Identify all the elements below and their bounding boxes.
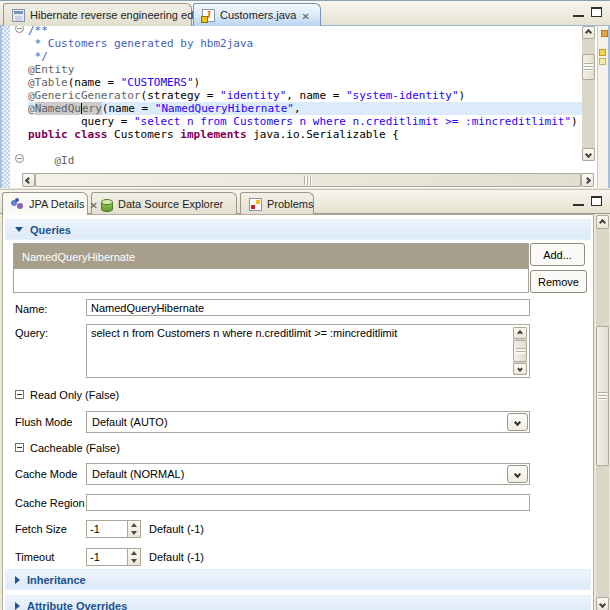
code-line[interactable]: * Customers generated by hbm2java bbox=[28, 37, 582, 50]
cacheable-label: Cacheable (False) bbox=[30, 442, 120, 454]
fetch-size-default: Default (-1) bbox=[149, 523, 204, 535]
scroll-up-icon[interactable] bbox=[596, 215, 609, 229]
code-line[interactable]: @Entity bbox=[28, 63, 582, 76]
code-line[interactable]: query = "select n from Customers n where… bbox=[28, 115, 582, 128]
minimize-icon[interactable] bbox=[573, 7, 584, 17]
query-list[interactable]: NamedQueryHibernate bbox=[13, 243, 529, 293]
scroll-right-icon[interactable] bbox=[581, 173, 594, 187]
code-lines[interactable]: /** * Customers generated by hbm2java */… bbox=[28, 26, 582, 174]
cache-region-label: Cache Region bbox=[15, 497, 85, 509]
code-line[interactable] bbox=[28, 141, 582, 154]
code-line[interactable]: @Id bbox=[28, 154, 582, 167]
section-title: Queries bbox=[30, 224, 71, 236]
scrollbar-thumb[interactable] bbox=[513, 340, 527, 362]
read-only-label: Read Only (False) bbox=[30, 389, 119, 401]
cache-mode-combo[interactable]: Default (NORMAL) bbox=[86, 463, 530, 485]
expand-arrow-icon bbox=[15, 602, 20, 610]
tab-hibernate-editor[interactable]: Hibernate reverse engineering editor bbox=[3, 3, 192, 26]
overview-ruler bbox=[597, 26, 610, 188]
annotation-marker-icon[interactable] bbox=[599, 58, 606, 65]
fold-gutter bbox=[10, 26, 28, 171]
scrollbar-thumb[interactable] bbox=[35, 173, 581, 187]
tab-label: Hibernate reverse engineering editor bbox=[30, 9, 209, 21]
java-file-icon bbox=[202, 9, 215, 22]
close-tab-icon[interactable] bbox=[301, 10, 312, 21]
spinner-arrows-icon[interactable] bbox=[127, 549, 140, 565]
code-line[interactable]: /** bbox=[28, 26, 582, 37]
combo-value: Default (AUTO) bbox=[92, 416, 168, 428]
tab-label: Data Source Explorer bbox=[118, 198, 223, 210]
java-editor: /** * Customers generated by hbm2java */… bbox=[0, 26, 610, 188]
editor-vertical-scrollbar[interactable] bbox=[582, 26, 595, 161]
view-tab-bar: JPA Details Data Source Explorer Problem… bbox=[0, 189, 610, 214]
name-label: Name: bbox=[15, 303, 47, 315]
spinner-arrows-icon[interactable] bbox=[127, 521, 140, 537]
fold-collapse-icon[interactable] bbox=[15, 26, 24, 33]
section-title: Inheritance bbox=[27, 574, 86, 586]
code-line[interactable]: */ bbox=[28, 50, 582, 63]
section-inheritance[interactable]: Inheritance bbox=[5, 569, 591, 590]
cache-region-input[interactable] bbox=[86, 494, 530, 511]
cache-mode-label: Cache Mode bbox=[15, 468, 77, 480]
fold-collapse-icon[interactable] bbox=[15, 154, 24, 163]
collapse-arrow-icon bbox=[15, 227, 23, 232]
fetch-size-stepper[interactable] bbox=[86, 520, 141, 538]
scrollbar-thumb[interactable] bbox=[596, 326, 609, 466]
annotation-marker-icon[interactable] bbox=[599, 49, 606, 56]
code-line[interactable]: @GenericGenerator(strategy = "identity",… bbox=[28, 89, 582, 102]
chevron-down-icon[interactable] bbox=[507, 413, 528, 431]
query-textarea[interactable]: select n from Customers n where n.credit… bbox=[86, 324, 530, 378]
section-title: Attribute Overrides bbox=[27, 600, 127, 610]
scroll-up-icon[interactable] bbox=[582, 26, 595, 39]
maximize-icon[interactable] bbox=[591, 196, 602, 206]
data-source-explorer-icon bbox=[100, 198, 113, 211]
section-queries[interactable]: Queries bbox=[5, 219, 591, 240]
tab-label: Customers.java bbox=[220, 9, 296, 21]
code-line[interactable]: public class Customers implements java.i… bbox=[28, 128, 582, 141]
timeout-input[interactable] bbox=[87, 549, 127, 565]
hibernate-editor-icon bbox=[12, 9, 25, 22]
timeout-stepper[interactable] bbox=[86, 548, 141, 566]
chevron-down-icon[interactable] bbox=[507, 465, 528, 483]
section-attribute-overrides[interactable]: Attribute Overrides bbox=[5, 595, 591, 610]
maximize-icon[interactable] bbox=[591, 7, 602, 17]
minimize-icon[interactable] bbox=[573, 196, 584, 206]
tab-jpa-details[interactable]: JPA Details bbox=[2, 192, 88, 215]
read-only-twistie-icon[interactable] bbox=[15, 390, 24, 399]
scroll-left-icon[interactable] bbox=[22, 173, 35, 187]
scroll-down-icon[interactable] bbox=[513, 363, 527, 375]
query-list-item[interactable]: NamedQueryHibernate bbox=[14, 244, 528, 269]
scrollbar-thumb[interactable] bbox=[582, 54, 595, 80]
close-view-icon[interactable] bbox=[89, 199, 97, 210]
name-input[interactable] bbox=[86, 299, 530, 316]
fetch-size-label: Fetch Size bbox=[15, 523, 67, 535]
query-label: Query: bbox=[15, 327, 48, 339]
remove-button[interactable]: Remove bbox=[530, 270, 587, 293]
editor-window-buttons bbox=[573, 7, 602, 17]
tab-customers-java[interactable]: Customers.java bbox=[193, 3, 321, 26]
flush-mode-combo[interactable]: Default (AUTO) bbox=[86, 411, 530, 433]
details-vertical-scrollbar[interactable] bbox=[596, 215, 609, 610]
editor-horizontal-scrollbar[interactable] bbox=[22, 173, 594, 187]
code-line[interactable]: @Table(name = "CUSTOMERS") bbox=[28, 76, 582, 89]
add-button[interactable]: Add... bbox=[530, 243, 585, 266]
query-scrollbar[interactable] bbox=[513, 327, 527, 375]
scroll-down-icon[interactable] bbox=[582, 148, 595, 161]
scroll-up-icon[interactable] bbox=[513, 327, 527, 339]
view-window-buttons bbox=[573, 196, 602, 206]
cacheable-twistie-icon[interactable] bbox=[15, 443, 24, 452]
tab-label: JPA Details bbox=[29, 198, 84, 210]
timeout-label: Timeout bbox=[15, 551, 54, 563]
editor-tab-bar: Hibernate reverse engineering editor Cus… bbox=[0, 1, 610, 26]
fetch-size-input[interactable] bbox=[87, 521, 127, 537]
problems-icon bbox=[249, 198, 262, 211]
annotation-marker-icon[interactable] bbox=[601, 30, 608, 37]
tab-problems[interactable]: Problems bbox=[240, 192, 314, 215]
jpa-details-icon bbox=[11, 198, 24, 211]
scroll-down-icon[interactable] bbox=[596, 597, 609, 610]
tab-data-source-explorer[interactable]: Data Source Explorer bbox=[91, 192, 237, 215]
query-text: select n from Customers n where n.credit… bbox=[91, 327, 397, 339]
eclipse-window: Hibernate reverse engineering editor Cus… bbox=[0, 0, 610, 610]
code-line[interactable]: @NamedQuery(name = "NamedQueryHibernate"… bbox=[28, 102, 582, 115]
flush-mode-label: Flush Mode bbox=[15, 416, 72, 428]
